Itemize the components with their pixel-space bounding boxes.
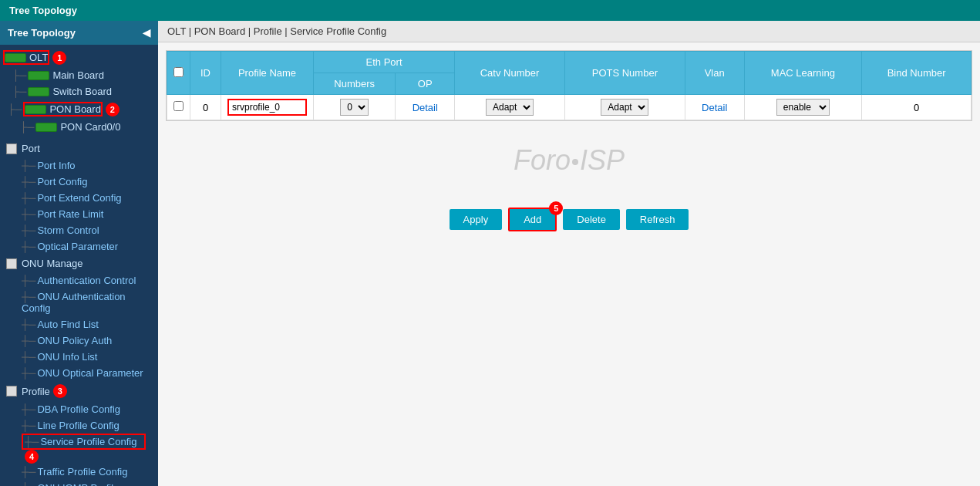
select-all-checkbox[interactable] (173, 67, 184, 77)
th-eth-port: Eth Port (314, 52, 455, 73)
app-title: Tree Topology (9, 5, 77, 16)
sidebar-tree: OLT 1 ├─ Main Board ├─ Switch Board ├─ (0, 45, 158, 486)
menu-traffic-profile-config[interactable]: ┼─Traffic Profile Config (0, 464, 158, 480)
sidebar: Tree Topology ◀ OLT 1 ├─ Main Board ├─ (0, 21, 158, 486)
th-vlan: Vlan (685, 52, 744, 95)
main-board-icon (28, 71, 49, 80)
th-profile-name: Profile Name (221, 52, 314, 95)
apply-button[interactable]: Apply (450, 209, 503, 230)
badge-5: 5 (549, 201, 563, 215)
watermark: ForoISP (166, 121, 972, 200)
th-mac-learning: MAC Learning (744, 52, 862, 95)
tree-item-olt[interactable]: OLT 1 (0, 48, 158, 67)
menu-onu-policy-auth[interactable]: ┼─ONU Policy Auth (0, 332, 158, 349)
badge-1: 1 (52, 51, 66, 65)
content-area: OLT | PON Board | Profile | Service Prof… (158, 21, 980, 486)
th-eth-numbers: Numbers (314, 73, 396, 95)
profile-name-input[interactable] (227, 99, 307, 116)
breadcrumb-text: OLT | PON Board | Profile | Service Prof… (167, 25, 386, 37)
content-main: ID Profile Name Eth Port Catv Number POT… (158, 42, 980, 486)
table-container: ID Profile Name Eth Port Catv Number POT… (166, 50, 972, 121)
badge-2: 2 (106, 103, 120, 116)
menu-storm-control[interactable]: ┼─Storm Control (0, 222, 158, 238)
eth-numbers-select[interactable]: 0 (340, 99, 369, 116)
refresh-button[interactable]: Refresh (626, 209, 689, 230)
tree-item-pon-card[interactable]: ├─ PON Card0/0 (0, 119, 158, 135)
menu-authentication-control[interactable]: ┼─Authentication Control (0, 272, 158, 289)
mac-learning-select[interactable]: enable disable (776, 99, 830, 116)
menu-optical-parameter[interactable]: ┼─Optical Parameter (0, 238, 158, 255)
menu-profile-section[interactable]: Profile 3 (0, 381, 158, 401)
pots-select[interactable]: Adapt (601, 99, 648, 116)
profile-section-label: Profile (22, 386, 50, 397)
tree-item-pon-board[interactable]: ├─ PON Board 2 (0, 100, 158, 119)
tree-item-switch-board[interactable]: ├─ Switch Board (0, 83, 158, 100)
th-pots-number: POTS Number (564, 52, 685, 95)
catv-select[interactable]: Adapt (486, 99, 534, 116)
main-board-label: Main Board (52, 69, 103, 81)
menu-port-info[interactable]: ┼─Port Info (0, 157, 158, 174)
table-row: 0 0 Detail (167, 95, 972, 120)
th-bind-number: Bind Number (862, 52, 972, 95)
port-checkbox[interactable] (6, 143, 17, 154)
cell-mac-learning: enable disable (744, 95, 862, 120)
vlan-detail-link[interactable]: Detail (702, 102, 727, 113)
menu-port-extend-config[interactable]: ┼─Port Extend Config (0, 190, 158, 206)
menu-dba-profile-config[interactable]: ┼─DBA Profile Config (0, 401, 158, 417)
breadcrumb: OLT | PON Board | Profile | Service Prof… (158, 21, 980, 42)
menu-onu-authentication-config[interactable]: ┼─ONU Authentication Config (0, 289, 158, 316)
cell-pots: Adapt (564, 95, 685, 120)
tree-item-main-board[interactable]: ├─ Main Board (0, 67, 158, 83)
switch-board-icon (28, 87, 49, 96)
menu-port-rate-limit[interactable]: ┼─Port Rate Limit (0, 206, 158, 222)
cell-eth-numbers: 0 (314, 95, 396, 120)
menu-port-section[interactable]: Port (0, 140, 158, 157)
olt-label: OLT (29, 52, 48, 63)
menu-onu-optical-parameter[interactable]: ┼─ONU Optical Parameter (0, 365, 158, 381)
menu-auto-find-list[interactable]: ┼─Auto Find List (0, 316, 158, 332)
cell-bind-number: 0 (862, 95, 972, 120)
menu-port-config[interactable]: ┼─Port Config (0, 174, 158, 190)
delete-button[interactable]: Delete (563, 209, 620, 230)
th-catv-number: Catv Number (455, 52, 565, 95)
top-header: Tree Topology (0, 0, 980, 21)
pon-board-label: PON Board (49, 103, 100, 115)
onu-manage-label: ONU Manage (22, 258, 83, 269)
pon-card-icon (35, 123, 57, 132)
th-eth-op: OP (396, 73, 455, 95)
row-checkbox[interactable] (173, 101, 184, 111)
button-area: Apply Add 5 Delete Refresh (166, 208, 972, 231)
cell-catv: Adapt (455, 95, 565, 120)
sidebar-title: Tree Topology ◀ (0, 21, 158, 45)
service-profile-table: ID Profile Name Eth Port Catv Number POT… (167, 51, 972, 120)
eth-op-detail-link[interactable]: Detail (413, 102, 438, 113)
menu-onu-info-list[interactable]: ┼─ONU Info List (0, 349, 158, 365)
cell-vlan[interactable]: Detail (685, 95, 744, 120)
sidebar-title-text: Tree Topology (8, 27, 76, 39)
profile-checkbox[interactable] (6, 386, 17, 397)
cell-id: 0 (190, 95, 221, 120)
menu-onu-manage-section[interactable]: ONU Manage (0, 255, 158, 272)
cell-eth-op[interactable]: Detail (396, 95, 455, 120)
badge-4: 4 (25, 450, 39, 464)
olt-device-icon (5, 53, 26, 62)
switch-board-label: Switch Board (52, 86, 112, 97)
collapse-arrow-icon[interactable]: ◀ (143, 27, 150, 39)
pon-card-label: PON Card0/0 (60, 121, 120, 133)
menu-onu-igmp-profile[interactable]: ┼─ONU IGMP Profile (0, 480, 158, 486)
cell-profile-name (221, 95, 314, 120)
badge-3: 3 (53, 384, 67, 398)
th-id: ID (190, 52, 221, 95)
menu-service-profile-config[interactable]: ┼─Service Profile Config (25, 434, 143, 450)
pon-board-icon (25, 105, 46, 114)
port-section-label: Port (22, 143, 40, 154)
onu-manage-checkbox[interactable] (6, 258, 17, 269)
menu-line-profile-config[interactable]: ┼─Line Profile Config (0, 417, 158, 434)
